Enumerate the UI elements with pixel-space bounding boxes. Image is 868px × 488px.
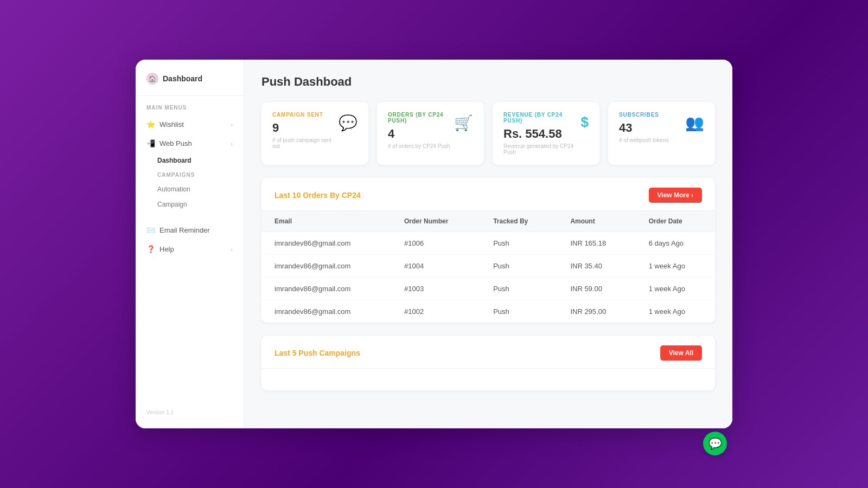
sidebar-sub-item-automation[interactable]: Automation <box>136 182 244 197</box>
stats-grid: CAMPAIGN SENT 9 # of push campaign sent … <box>261 102 715 165</box>
stat-card-subscribes: SUBSCRIBES 43 # of webpush tokens 👥 <box>608 102 715 165</box>
cart-icon: 🛒 <box>454 114 473 132</box>
sidebar-sub-item-dashboard[interactable]: Dashboard <box>136 153 244 168</box>
view-all-button[interactable]: View All <box>660 345 702 361</box>
sidebar-item-email-reminder[interactable]: ✉️ Email Reminder <box>136 221 244 240</box>
stat-card-campaign-sent: CAMPAIGN SENT 9 # of push campaign sent … <box>261 102 368 165</box>
page-title: Push Dashboad <box>261 75 715 89</box>
chevron-right-icon: › <box>231 121 233 128</box>
col-header-email: Email <box>261 211 391 232</box>
sidebar-logo-text: Dashboard <box>163 74 202 83</box>
stat-value-subscribes: 43 <box>619 121 669 135</box>
stat-desc-campaign-sent: # of push campaign sent out <box>272 137 339 149</box>
col-header-amount: Amount <box>557 211 635 232</box>
stat-label-subscribes: SUBSCRIBES <box>619 112 669 118</box>
col-header-order-number: Order Number <box>391 211 480 232</box>
email-reminder-icon: ✉️ <box>146 226 155 234</box>
stat-card-revenue: REVENUE (BY CP24 PUSH) Rs. 554.58 Revenu… <box>493 102 599 165</box>
sidebar-item-label: Help <box>159 245 174 253</box>
users-icon: 👥 <box>685 114 704 132</box>
col-header-order-date: Order Date <box>636 211 715 232</box>
sidebar-logo: 🏠 Dashboard <box>136 73 244 96</box>
stat-desc-subscribes: # of webpush tokens <box>619 137 669 143</box>
stat-value-revenue: Rs. 554.58 <box>503 127 581 141</box>
stat-label-campaign-sent: CAMPAIGN SENT <box>272 112 339 118</box>
main-content: Push Dashboad CAMPAIGN SENT 9 # of push … <box>244 60 732 428</box>
main-menus-label: MAIN MENUS <box>136 105 244 115</box>
chat-fab-icon: 💬 <box>709 437 722 450</box>
help-icon: ❓ <box>146 245 155 253</box>
campaigns-section: Last 5 Push Campaigns View All <box>261 336 715 390</box>
stat-value-campaign-sent: 9 <box>272 121 339 135</box>
sidebar-item-label: Web Push <box>159 139 192 147</box>
stat-label-revenue: REVENUE (BY CP24 PUSH) <box>503 112 581 124</box>
sidebar-sub-item-campaign[interactable]: Campaign <box>136 197 244 212</box>
table-row: imrandev86@gmail.com#1002PushINR 295.001… <box>261 300 715 323</box>
webpush-icon: 📲 <box>146 139 155 147</box>
table-row: imrandev86@gmail.com#1004PushINR 35.401 … <box>261 255 715 278</box>
chevron-right-icon: › <box>231 246 233 253</box>
orders-section-header: Last 10 Orders By CP24 View More › <box>261 178 715 211</box>
chat-icon: 💬 <box>339 114 358 132</box>
sidebar: 🏠 Dashboard MAIN MENUS ⭐ Wishlist › 📲 We… <box>136 60 244 428</box>
version-label: Version 1.1 <box>136 401 244 415</box>
col-header-tracked-by: Tracked By <box>480 211 557 232</box>
wishlist-icon: ⭐ <box>146 120 155 129</box>
campaigns-label: CAMPAIGNS <box>136 168 244 182</box>
orders-table: Email Order Number Tracked By Amount Ord… <box>261 211 715 323</box>
chat-fab[interactable]: 💬 <box>703 432 727 455</box>
sidebar-item-wishlist[interactable]: ⭐ Wishlist › <box>136 115 244 134</box>
campaigns-empty <box>261 369 715 390</box>
sidebar-item-webpush[interactable]: 📲 Web Push › <box>136 134 244 153</box>
stat-value-orders: 4 <box>388 127 454 141</box>
sidebar-item-help[interactable]: ❓ Help › <box>136 240 244 259</box>
chevron-right-icon: › <box>231 140 233 147</box>
orders-section-title: Last 10 Orders By CP24 <box>275 191 361 200</box>
orders-section: Last 10 Orders By CP24 View More › Email… <box>261 178 715 323</box>
stat-desc-orders: # of orders by CP24 Push <box>388 143 454 149</box>
dollar-icon: $ <box>581 114 589 131</box>
sidebar-item-label: Wishlist <box>159 120 184 129</box>
stat-card-orders: ORDERS (BY CP24 PUSH) 4 # of orders by C… <box>377 102 484 165</box>
view-more-button[interactable]: View More › <box>649 188 702 203</box>
table-row: imrandev86@gmail.com#1003PushINR 59.001 … <box>261 278 715 300</box>
dashboard-icon: 🏠 <box>146 73 158 85</box>
stat-label-orders: ORDERS (BY CP24 PUSH) <box>388 112 454 124</box>
campaigns-section-header: Last 5 Push Campaigns View All <box>261 336 715 369</box>
table-row: imrandev86@gmail.com#1006PushINR 165.186… <box>261 232 715 255</box>
sidebar-item-label: Email Reminder <box>159 226 209 234</box>
stat-desc-revenue: Revenue generated by CP24 Push <box>503 143 581 155</box>
campaigns-section-title: Last 5 Push Campaigns <box>275 349 360 357</box>
